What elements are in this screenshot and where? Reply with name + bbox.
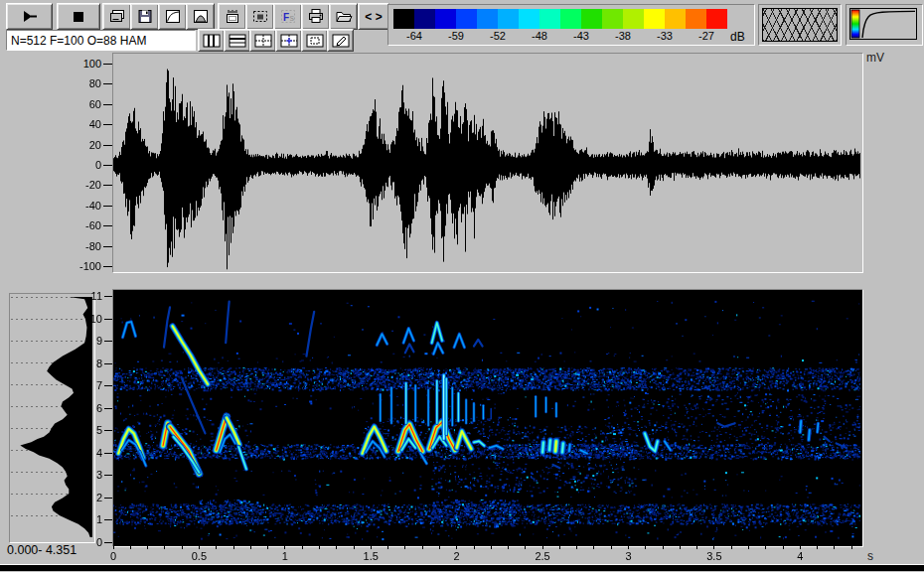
spectrogram-y-tick <box>104 385 112 386</box>
spectrogram-y-tick-label: 4 <box>79 447 102 459</box>
pattern-panel[interactable] <box>758 4 842 46</box>
sample-rate-button[interactable]: F s <box>273 3 302 30</box>
window-function-button[interactable] <box>186 3 215 30</box>
spectrogram-y-tick-label: 7 <box>79 379 102 391</box>
layout-inner-frame-button[interactable] <box>301 29 328 52</box>
waveform-y-tick-label: 100 <box>64 58 101 70</box>
gain-curve-button[interactable] <box>158 3 187 30</box>
time-axis-tick <box>371 545 372 549</box>
time-axis-tick <box>593 545 594 549</box>
transfer-curve-panel[interactable] <box>846 4 923 46</box>
time-axis-tick <box>267 545 268 549</box>
print-button[interactable] <box>301 3 330 30</box>
time-axis-tick <box>559 545 560 549</box>
spectrogram-plot[interactable] <box>113 290 860 544</box>
layout-quad-cursor-button[interactable] <box>275 29 302 52</box>
time-axis-tick <box>800 545 801 549</box>
spectrogram-y-tick <box>104 319 112 320</box>
color-scale-unit: dB <box>730 31 745 43</box>
spectrogram-y-tick-label: 0 <box>79 536 102 548</box>
layout-rows-button[interactable] <box>224 29 250 52</box>
time-axis-tick <box>731 545 732 549</box>
waveform-y-tick <box>103 83 112 84</box>
save-button[interactable] <box>130 3 159 30</box>
time-axis-tick <box>851 545 852 549</box>
edit-icon <box>332 34 350 48</box>
play-icon <box>21 9 39 24</box>
color-scale-block <box>581 9 602 29</box>
svg-text:F: F <box>283 12 289 23</box>
time-axis-tick <box>164 545 165 549</box>
color-scale-block <box>644 9 665 29</box>
time-axis-tick <box>525 545 526 549</box>
spectrogram-y-tick <box>104 296 112 297</box>
time-axis-tick <box>834 545 835 549</box>
card-with-ticks-icon <box>224 9 241 24</box>
marker-card-button[interactable] <box>218 3 246 30</box>
waveform-y-tick-label: -100 <box>64 260 101 272</box>
time-axis-tick-label: 4 <box>785 550 815 562</box>
time-axis-tick <box>456 545 457 549</box>
spectrogram-y-tick <box>104 341 112 342</box>
color-scale-block <box>435 9 456 29</box>
spectrogram-y-tick <box>104 498 112 499</box>
spectrogram-y-tick <box>104 430 112 431</box>
time-axis-tick <box>576 545 577 549</box>
open-file-button[interactable] <box>329 3 358 30</box>
svg-text:s: s <box>289 13 294 23</box>
waveform-y-tick-label: 20 <box>64 139 101 151</box>
average-spectrum-plot[interactable] <box>10 294 92 540</box>
color-scale-block <box>623 9 644 29</box>
waveform-y-tick <box>103 266 112 267</box>
waveform-y-tick <box>103 104 112 105</box>
average-spectrum-panel <box>9 293 95 543</box>
spectrogram-y-tick <box>104 453 112 454</box>
time-axis-tick <box>404 545 405 549</box>
color-scale-block <box>560 9 581 29</box>
spectrogram-y-tick-label: 5 <box>79 424 102 436</box>
spectrogram-y-tick-label: 2 <box>79 492 102 503</box>
time-axis-tick <box>474 545 475 549</box>
color-scale-bar <box>393 9 727 29</box>
time-axis-tick <box>817 545 818 549</box>
waveform-y-tick-label: 80 <box>64 77 101 89</box>
stop-button[interactable] <box>57 3 100 30</box>
layout-quad-button[interactable] <box>249 29 276 52</box>
color-scale-block <box>665 9 686 29</box>
waveform-y-tick <box>103 246 112 247</box>
edit-button[interactable] <box>327 29 354 52</box>
time-axis-tick <box>130 545 131 549</box>
time-axis-tick <box>680 545 681 549</box>
time-axis-tick <box>663 545 664 549</box>
time-axis-tick <box>628 545 629 549</box>
time-axis-tick <box>542 545 543 549</box>
prev-next-icon: < > <box>365 10 382 24</box>
spectrogram-y-tick-label: 11 <box>79 290 102 302</box>
time-axis-tick <box>387 545 388 549</box>
spectrogram-y-tick-label: 8 <box>79 358 102 369</box>
time-axis-tick <box>508 545 509 549</box>
spectrogram-y-tick-label: 1 <box>79 513 102 525</box>
time-axis-tick <box>354 545 355 549</box>
spectrogram-panel <box>112 289 863 547</box>
play-button[interactable] <box>6 3 53 30</box>
color-scale-block <box>686 9 706 29</box>
selection-button[interactable] <box>245 3 274 30</box>
waveform-y-tick-label: 60 <box>64 98 101 110</box>
layout-quad-cursor-icon <box>280 34 298 48</box>
time-axis-tick <box>611 545 612 549</box>
waveform-y-tick <box>103 206 112 207</box>
peak-icon <box>192 9 210 24</box>
waveform-y-tick-label: 0 <box>64 159 101 171</box>
waveform-plot[interactable] <box>113 54 860 270</box>
time-axis-tick <box>302 545 303 549</box>
time-axis-tick <box>645 545 646 549</box>
layout-columns-button[interactable] <box>198 29 225 52</box>
time-axis-tick <box>713 545 714 549</box>
prev-next-button[interactable]: < > <box>358 3 389 30</box>
spectrogram-y-tick <box>104 542 112 543</box>
layout-rows-icon <box>229 34 246 48</box>
time-axis-tick-label: 2 <box>442 550 472 562</box>
color-scale-tick-label: -43 <box>560 30 602 42</box>
copy-window-button[interactable] <box>102 3 131 30</box>
